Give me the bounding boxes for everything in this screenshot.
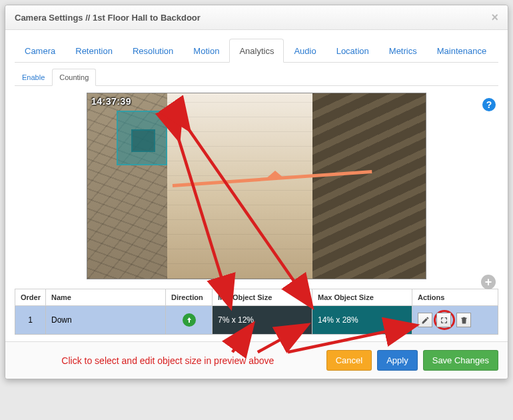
close-icon[interactable]: × bbox=[491, 11, 498, 23]
cell-name: Down bbox=[46, 306, 166, 335]
tab-metrics[interactable]: Metrics bbox=[379, 39, 427, 63]
pencil-icon bbox=[421, 316, 430, 325]
subtab-counting[interactable]: Counting bbox=[52, 69, 96, 86]
expand-icon bbox=[440, 316, 448, 325]
trash-icon bbox=[460, 316, 468, 325]
tab-audio[interactable]: Audio bbox=[284, 39, 326, 63]
dialog-body: Camera Retention Resolution Motion Analy… bbox=[5, 30, 508, 341]
tab-retention[interactable]: Retention bbox=[65, 39, 123, 63]
cell-order: 1 bbox=[15, 306, 46, 335]
camera-preview[interactable]: 14:37:39 bbox=[87, 93, 426, 279]
tab-maintenance[interactable]: Maintenance bbox=[427, 39, 496, 63]
resize-highlight bbox=[434, 310, 455, 330]
col-max: Max Object Size bbox=[312, 289, 412, 306]
help-icon[interactable]: ? bbox=[482, 98, 496, 111]
arrow-up-circle-icon bbox=[183, 313, 196, 327]
cell-actions bbox=[412, 306, 498, 335]
resize-object-button[interactable] bbox=[436, 313, 451, 327]
tab-location[interactable]: Location bbox=[326, 39, 379, 63]
col-order: Order bbox=[15, 289, 46, 306]
dialog-footer: Click to select and edit object size in … bbox=[5, 341, 508, 379]
col-actions: Actions bbox=[412, 289, 498, 306]
col-name: Name bbox=[46, 289, 166, 306]
edit-row-button[interactable] bbox=[418, 313, 432, 327]
apply-button[interactable]: Apply bbox=[377, 350, 418, 371]
tab-resolution[interactable]: Resolution bbox=[123, 39, 183, 63]
col-direction: Direction bbox=[166, 289, 213, 306]
subtab-enable[interactable]: Enable bbox=[15, 69, 52, 86]
dialog-header: Camera Settings // 1st Floor Hall to Bac… bbox=[5, 5, 508, 30]
counting-table: Order Name Direction Min Object Size Max… bbox=[15, 289, 498, 335]
preview-scene-railing bbox=[312, 93, 426, 279]
add-row-button[interactable]: + bbox=[481, 275, 496, 289]
table-row[interactable]: 1 Down 7% x 12% 14% x 28% bbox=[15, 306, 498, 335]
primary-tabs: Camera Retention Resolution Motion Analy… bbox=[15, 38, 498, 63]
table-header-row: Order Name Direction Min Object Size Max… bbox=[15, 289, 498, 306]
counting-direction-arrow-icon bbox=[266, 171, 284, 179]
tab-motion[interactable]: Motion bbox=[183, 39, 229, 63]
save-button[interactable]: Save Changes bbox=[423, 350, 498, 371]
cell-min-size[interactable]: 7% x 12% bbox=[213, 306, 312, 335]
dialog-title: Camera Settings // 1st Floor Hall to Bac… bbox=[15, 13, 201, 23]
tab-camera[interactable]: Camera bbox=[15, 39, 65, 63]
instruction-caption: Click to select and edit object size in … bbox=[15, 355, 321, 366]
col-min: Min Object Size bbox=[213, 289, 312, 306]
cancel-button[interactable]: Cancel bbox=[326, 350, 372, 371]
cell-max-size[interactable]: 14% x 28% bbox=[312, 306, 412, 335]
min-object-handle[interactable] bbox=[131, 129, 155, 152]
camera-settings-dialog: Camera Settings // 1st Floor Hall to Bac… bbox=[5, 5, 508, 379]
cell-direction bbox=[166, 306, 213, 335]
analytics-subtabs: Enable Counting bbox=[15, 68, 498, 86]
tab-analytics[interactable]: Analytics bbox=[229, 39, 284, 63]
preview-timestamp: 14:37:39 bbox=[91, 96, 131, 107]
delete-row-button[interactable] bbox=[456, 313, 471, 327]
